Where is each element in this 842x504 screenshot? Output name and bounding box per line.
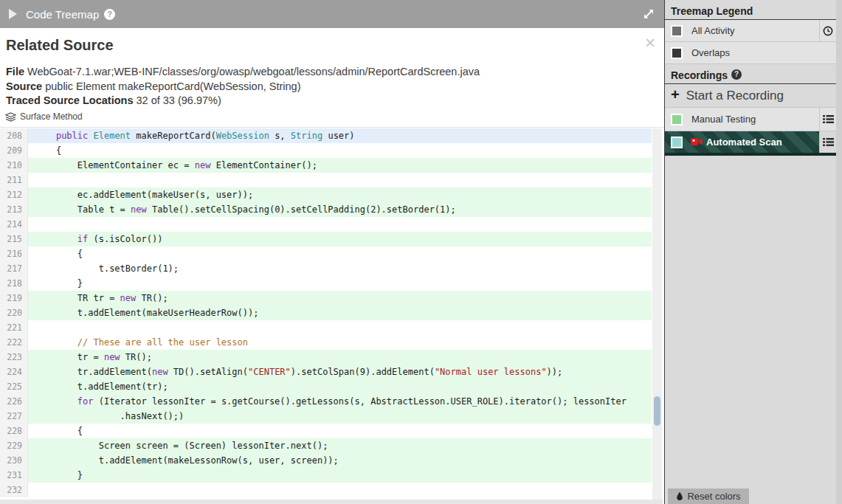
recordings-title: Recordings ?	[665, 64, 836, 84]
divider	[0, 127, 663, 128]
code-line: 228 {	[0, 424, 663, 438]
recording-item-label: Manual Testing	[691, 114, 756, 125]
code-line: 220 t.addElement(makeUserHeaderRow());	[0, 305, 663, 320]
legend-item-all-activity[interactable]: All Activity	[665, 20, 836, 42]
code-scrollbar-thumb[interactable]	[654, 396, 660, 426]
line-number: 232	[0, 483, 28, 497]
code-line: 230 t.addElement(makeLessonRow(s, user, …	[0, 453, 663, 468]
legend-item-overlaps[interactable]: Overlaps	[665, 42, 836, 64]
code-line: 222 // These are all the user lesson	[0, 335, 663, 350]
code-text: tr.addElement(new TD().setAlign("CENTER"…	[28, 365, 652, 379]
code-line: 227 .hasNext();)	[0, 409, 663, 424]
sidebar-scrollbar[interactable]	[836, 0, 842, 504]
automated-scan-menu-button[interactable]	[819, 131, 836, 153]
code-text: {	[28, 246, 652, 261]
droplet-icon	[676, 491, 683, 501]
code-text	[28, 173, 652, 187]
traced-value: 32 of 33 (96.97%)	[136, 94, 221, 106]
treemap-legend-title-text: Treemap Legend	[671, 5, 753, 17]
code-line: 210 ElementContainer ec = new ElementCon…	[0, 158, 663, 173]
line-number: 216	[0, 246, 28, 261]
file-value: WebGoat-7.1.war;WEB-INF/classes/org/owas…	[27, 66, 480, 77]
code-line: 229 Screen screen = (Screen) lessonIter.…	[0, 438, 663, 453]
automated-scan-swatch[interactable]	[671, 137, 683, 148]
treemap-legend-title: Treemap Legend	[665, 0, 836, 20]
related-source-panel: Code Treemap ? Related Source × File Web…	[0, 0, 665, 504]
code-text: ElementContainer ec = new ElementContain…	[28, 158, 652, 173]
code-text: }	[28, 276, 652, 291]
code-line: 226 for (Iterator lessonIter = s.getCour…	[0, 394, 663, 409]
treemap-sidebar: Treemap Legend All Activity Overlaps Rec…	[665, 0, 842, 504]
list-menu-icon	[823, 114, 834, 124]
line-number: 223	[0, 350, 28, 365]
line-number: 230	[0, 453, 28, 468]
line-number: 220	[0, 305, 28, 320]
code-scrollbar[interactable]	[652, 128, 662, 500]
line-number: 231	[0, 468, 28, 483]
line-number: 227	[0, 409, 28, 424]
recording-item-manual-testing[interactable]: Manual Testing	[665, 108, 836, 131]
source-value: public Element makeReportCard(WebSession…	[45, 80, 300, 92]
clock-icon	[823, 26, 833, 36]
code-text: {	[28, 143, 652, 158]
reset-colors-label: Reset colors	[687, 491, 740, 502]
file-label: File	[6, 66, 24, 77]
code-line: 217 t.setBorder(1);	[0, 261, 663, 276]
code-text: tr = new TR();	[28, 350, 652, 365]
legend-item-label: All Activity	[691, 25, 735, 36]
close-icon[interactable]: ×	[645, 34, 655, 52]
collapse-arrow-icon[interactable]	[9, 9, 17, 19]
line-number: 212	[0, 187, 28, 202]
code-text: t.setBorder(1);	[28, 261, 652, 276]
line-number: 208	[0, 128, 28, 143]
code-line: 218 }	[0, 276, 663, 291]
manual-testing-menu-button[interactable]	[819, 108, 836, 131]
code-line: 212 ec.addElement(makeUser(s, user));	[0, 187, 663, 202]
line-number: 214	[0, 217, 28, 232]
traced-label: Traced Source Locations	[6, 94, 133, 106]
recording-item-label: Automated Scan	[706, 137, 782, 148]
line-number: 211	[0, 173, 28, 187]
code-text: t.addElement(makeUserHeaderRow());	[28, 305, 652, 320]
start-recording-label: Start a Recording	[686, 89, 784, 103]
all-activity-time-button[interactable]	[819, 20, 836, 41]
recording-camera-icon	[691, 136, 703, 149]
code-text: // These are all the user lesson	[28, 335, 652, 350]
line-number: 226	[0, 394, 28, 409]
line-number: 224	[0, 365, 28, 379]
code-treemap-header[interactable]: Code Treemap ?	[0, 0, 664, 28]
code-text	[28, 217, 652, 232]
line-number: 217	[0, 261, 28, 276]
code-treemap-app: Code Treemap ? Related Source × File Web…	[0, 0, 842, 504]
recording-item-automated-scan[interactable]: Automated Scan	[665, 131, 836, 156]
surface-method-tag: Surface Method	[5, 111, 83, 122]
code-text: public Element makeReportCard(WebSession…	[28, 128, 652, 143]
line-number: 228	[0, 424, 28, 438]
code-text	[28, 483, 652, 497]
help-icon[interactable]: ?	[104, 9, 115, 20]
line-number: 210	[0, 158, 28, 173]
line-number: 215	[0, 232, 28, 246]
reset-colors-button[interactable]: Reset colors	[668, 489, 749, 504]
line-number: 221	[0, 320, 28, 335]
code-text: }	[28, 468, 652, 483]
surface-method-label: Surface Method	[20, 111, 83, 122]
line-number: 222	[0, 335, 28, 350]
traced-line: Traced Source Locations 32 of 33 (96.97%…	[6, 94, 480, 108]
recordings-help-icon[interactable]: ?	[731, 69, 742, 80]
plus-icon: +	[671, 86, 680, 103]
legend-item-label: Overlaps	[691, 47, 730, 58]
source-label: Source	[6, 80, 42, 92]
horizontal-scrollbar-track[interactable]	[0, 500, 663, 504]
all-activity-swatch[interactable]	[671, 25, 683, 37]
line-number: 218	[0, 276, 28, 291]
start-recording-button[interactable]: + Start a Recording	[665, 84, 836, 108]
expand-icon[interactable]	[643, 8, 655, 20]
code-line: 215 if (s.isColor())	[0, 232, 663, 246]
overlaps-swatch[interactable]	[671, 47, 683, 59]
code-line: 208 public Element makeReportCard(WebSes…	[0, 128, 663, 143]
line-number: 229	[0, 438, 28, 453]
code-text: t.addElement(makeLessonRow(s, user, scre…	[28, 453, 652, 468]
manual-testing-swatch[interactable]	[671, 114, 683, 125]
code-viewer: 208 public Element makeReportCard(WebSes…	[0, 128, 663, 504]
